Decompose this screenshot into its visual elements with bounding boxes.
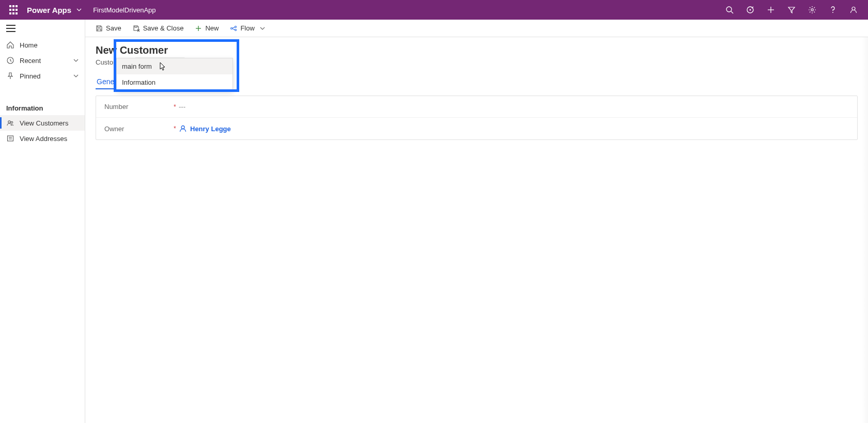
svg-point-12 xyxy=(11,121,13,123)
owner-link[interactable]: Henry Legge xyxy=(190,125,231,133)
chevron-down-icon xyxy=(73,73,79,79)
help-icon[interactable] xyxy=(823,0,843,20)
svg-point-20 xyxy=(235,29,237,30)
plus-icon xyxy=(195,25,202,32)
field-owner-row: Owner * Henry Legge xyxy=(96,118,857,139)
svg-point-7 xyxy=(811,9,813,11)
pin-icon xyxy=(6,72,14,80)
gear-icon[interactable] xyxy=(802,0,823,20)
brand-label[interactable]: Power Apps xyxy=(27,6,71,14)
dropdown-item-information[interactable]: Information xyxy=(117,74,233,90)
svg-point-19 xyxy=(235,26,237,27)
nav-home-label: Home xyxy=(20,41,38,49)
user-icon xyxy=(179,124,187,133)
people-icon xyxy=(6,119,14,127)
nav-view-customers-label: View Customers xyxy=(20,119,68,127)
svg-point-3 xyxy=(750,9,751,11)
save-button[interactable]: Save xyxy=(91,22,126,34)
command-bar: Save Save & Close New Flow xyxy=(85,20,868,37)
nav-pinned-label: Pinned xyxy=(20,72,40,80)
nav-group-label: Information xyxy=(0,99,85,115)
left-nav: Home Recent Pinned Information View Cu xyxy=(0,20,85,423)
add-icon[interactable] xyxy=(761,0,781,20)
form-area: New Customer Customer · Information Gene… xyxy=(85,37,868,423)
field-number-row: Number * --- xyxy=(96,96,857,118)
flow-icon xyxy=(230,25,237,32)
svg-rect-13 xyxy=(8,136,13,141)
dropdown-item-label: main form xyxy=(122,62,152,70)
flow-label: Flow xyxy=(240,24,254,32)
svg-point-18 xyxy=(231,27,233,29)
svg-line-21 xyxy=(233,27,235,28)
svg-point-23 xyxy=(181,126,184,129)
svg-line-22 xyxy=(233,28,235,29)
flow-button[interactable]: Flow xyxy=(226,22,269,34)
filter-icon[interactable] xyxy=(781,0,802,20)
field-number-value[interactable]: --- xyxy=(179,103,185,111)
required-indicator: * xyxy=(174,125,179,132)
address-icon xyxy=(6,134,14,143)
page-title: New Customer xyxy=(96,44,858,56)
field-number-label: Number xyxy=(104,103,128,111)
new-label: New xyxy=(205,24,219,32)
nav-view-addresses-label: View Addresses xyxy=(20,135,67,143)
nav-recent[interactable]: Recent xyxy=(0,53,85,68)
save-close-button[interactable]: Save & Close xyxy=(129,22,188,34)
global-header: Power Apps FirstModelDrivenApp xyxy=(0,0,868,20)
required-indicator: * xyxy=(174,103,179,111)
save-close-icon xyxy=(133,25,140,32)
home-icon xyxy=(6,41,14,49)
scrollbar[interactable] xyxy=(862,37,868,423)
svg-point-8 xyxy=(832,12,833,13)
nav-home[interactable]: Home xyxy=(0,37,85,53)
svg-point-11 xyxy=(8,121,10,123)
app-name-label: FirstModelDrivenApp xyxy=(93,6,156,14)
user-avatar-icon[interactable] xyxy=(843,0,864,20)
app-launcher-icon[interactable] xyxy=(8,5,19,15)
field-owner-label: Owner xyxy=(104,125,124,133)
clock-icon xyxy=(6,56,14,65)
chevron-down-icon xyxy=(73,58,79,63)
field-number-placeholder: --- xyxy=(179,103,185,111)
target-icon[interactable] xyxy=(740,0,761,20)
save-icon xyxy=(96,25,103,32)
svg-point-9 xyxy=(852,7,855,10)
dropdown-item-main-form[interactable]: main form xyxy=(117,58,233,74)
chevron-down-icon[interactable] xyxy=(76,7,82,12)
chevron-down-icon xyxy=(260,26,265,31)
search-icon[interactable] xyxy=(719,0,740,20)
nav-recent-label: Recent xyxy=(20,57,41,65)
nav-view-addresses[interactable]: View Addresses xyxy=(0,131,85,146)
form-selector-dropdown: main form Information xyxy=(116,58,233,91)
nav-pinned[interactable]: Pinned xyxy=(0,68,85,84)
dropdown-item-label: Information xyxy=(122,79,156,86)
save-label: Save xyxy=(106,24,121,32)
svg-line-1 xyxy=(731,11,733,13)
new-button[interactable]: New xyxy=(191,22,223,34)
form-section: Number * --- Owner * Henry Legge xyxy=(96,96,858,140)
nav-view-customers[interactable]: View Customers xyxy=(0,115,85,131)
save-close-label: Save & Close xyxy=(143,24,184,32)
field-owner-value[interactable]: Henry Legge xyxy=(179,124,231,133)
hamburger-icon[interactable] xyxy=(6,25,16,32)
svg-point-0 xyxy=(726,7,732,12)
